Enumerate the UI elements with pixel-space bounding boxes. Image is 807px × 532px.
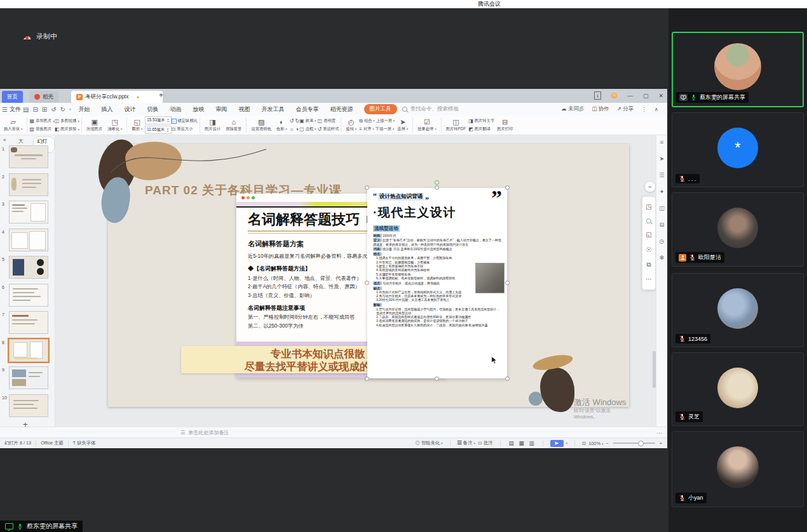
- slide-thumb-7[interactable]: 7: [0, 311, 55, 334]
- to-pdf-button[interactable]: ◫图片转PDF: [444, 119, 469, 132]
- picture-design-button[interactable]: ◨图片设计: [202, 119, 223, 132]
- menu-start[interactable]: 开始: [79, 105, 90, 114]
- selection-handle-e[interactable]: [505, 281, 510, 285]
- slide-thumb-6[interactable]: 6: [0, 284, 55, 307]
- menu-animation[interactable]: 动画: [170, 105, 182, 114]
- slide-thumb-1[interactable]: 1: [0, 145, 55, 168]
- selection-handle-nw[interactable]: [365, 185, 369, 190]
- print-picture-button[interactable]: ⊟图片打印: [494, 119, 515, 132]
- view-sorter-icon[interactable]: ▦: [519, 440, 524, 446]
- stitch-button[interactable]: ◧图片拼接▾: [55, 126, 79, 133]
- redo-icon[interactable]: ↻: [60, 106, 65, 113]
- view-normal-icon[interactable]: ▤: [509, 440, 514, 446]
- selection-handle-ne[interactable]: [505, 185, 510, 190]
- slideshow-play-button[interactable]: ▶: [550, 440, 564, 447]
- missing-font-warning[interactable]: Ƭ 缺失字体: [73, 440, 96, 446]
- align-button[interactable]: 对齐 ▾: [363, 126, 374, 132]
- rail-settings-icon[interactable]: ✻: [660, 255, 665, 261]
- zoom-slider-handle[interactable]: [638, 441, 644, 446]
- zoom-tool-icon[interactable]: [646, 218, 651, 223]
- output-icon[interactable]: ⊟: [32, 106, 37, 113]
- tips-bulb-icon[interactable]: [611, 93, 617, 98]
- menu-insert[interactable]: 插入: [102, 105, 113, 114]
- fit-zoom-icon[interactable]: ⊡: [582, 441, 586, 446]
- zoom-slider[interactable]: [613, 442, 655, 444]
- height-stepper[interactable]: 11.65厘米▲▼: [145, 126, 171, 134]
- rail-send-icon[interactable]: ➤: [660, 156, 665, 162]
- insert-shape-button[interactable]: ▱插入形状 ▾: [1, 119, 25, 132]
- menu-design[interactable]: 设计: [125, 105, 136, 114]
- zoom-percent[interactable]: 100% ▾: [588, 441, 603, 446]
- participant-tile-5[interactable]: 灵芝: [672, 352, 804, 426]
- collab-button[interactable]: ◫ 协作: [592, 105, 609, 113]
- translate-button[interactable]: ◩图片翻译: [468, 126, 494, 133]
- search-input[interactable]: 查找命令、搜索模板: [410, 105, 459, 113]
- menu-devtools[interactable]: 开发工具: [262, 105, 285, 114]
- theme-label[interactable]: Office 主题: [41, 440, 64, 446]
- slide-thumb-10[interactable]: 10: [0, 394, 55, 417]
- rail-drag-icon[interactable]: ≡: [660, 139, 663, 145]
- transparent-color-button[interactable]: ▨设置透明色: [248, 119, 273, 132]
- comment-button[interactable]: ▭ 批注: [478, 440, 493, 446]
- selection-handle-w[interactable]: [365, 281, 369, 285]
- menu-view[interactable]: 视图: [239, 105, 250, 114]
- participant-tile-4[interactable]: 123456: [672, 273, 804, 347]
- select-button[interactable]: ➤选择 ▾: [395, 119, 410, 132]
- sync-status[interactable]: ☁ 未同步: [561, 105, 584, 113]
- float-collapse-button[interactable]: −: [644, 181, 656, 192]
- reset-style-button[interactable]: 重设样式: [323, 126, 339, 132]
- rotate-left-icon[interactable]: ↺↻: [290, 117, 299, 124]
- crop-button[interactable]: ◱裁剪 ▾: [129, 119, 145, 132]
- idea-bulb-icon[interactable]: ☉: [646, 247, 652, 253]
- close-button[interactable]: ✕: [658, 93, 663, 99]
- opacity-button[interactable]: 透明度: [323, 118, 336, 124]
- tab-home[interactable]: 首页: [2, 91, 23, 103]
- replace-picture-button[interactable]: ▧替换图片: [29, 126, 54, 133]
- menu-docer-res[interactable]: 稻壳资源: [330, 105, 353, 114]
- slide-canvas[interactable]: PART 02 关于各科目学习—专业课 RED DESIGN: [108, 144, 629, 407]
- menu-transition[interactable]: 切换: [147, 105, 159, 114]
- participant-tile-3[interactable]: 欧阳楚洁: [672, 192, 804, 267]
- share-banner[interactable]: 蔡东雯的屏幕共享: [0, 521, 83, 532]
- right-card-image-selected[interactable]: “ 设计热点知识背诵 „ ” ·现代主义设计 流线型运动 时间: 1930年代 …: [367, 188, 507, 378]
- to-text-button[interactable]: ◨图片转文字: [468, 117, 494, 124]
- color-button[interactable]: ◐色彩 ▾: [274, 119, 290, 132]
- menu-member[interactable]: 会员专享: [296, 105, 319, 114]
- minimize-button[interactable]: —: [627, 93, 633, 99]
- slide-thumb-9[interactable]: 9: [0, 366, 55, 389]
- save-icon[interactable]: ▤: [23, 106, 29, 113]
- zoom-out-button[interactable]: −: [606, 441, 608, 446]
- slide-thumb-8-active[interactable]: 8: [0, 339, 55, 362]
- layers-icon[interactable]: ⧉: [646, 262, 651, 268]
- beautify-button[interactable]: ◎ 智能美化 ▾: [415, 440, 442, 446]
- rail-panes-icon[interactable]: ◫: [659, 205, 665, 211]
- reset-size-button[interactable]: ⊡重设大小: [172, 126, 198, 133]
- selection-handle-s[interactable]: [435, 376, 439, 381]
- tab-document[interactable]: P 考研分享cclw.pptx ◌ ●: [71, 91, 163, 103]
- batch-process-button[interactable]: ☑批量处理 ▾: [415, 119, 438, 132]
- lock-ratio-checkbox[interactable]: ✓锁定纵横比: [172, 117, 198, 124]
- selection-handle-se[interactable]: [505, 376, 510, 381]
- group-button[interactable]: 组合 ▾: [364, 118, 375, 124]
- restore-button[interactable]: ▢: [643, 93, 649, 99]
- slide-thumb-2[interactable]: 2: [0, 173, 55, 196]
- more-menu-icon[interactable]: ⋮: [641, 106, 647, 112]
- note-button[interactable]: ☰ 备注 ▾: [458, 440, 475, 446]
- rail-print-icon[interactable]: ⊟: [660, 222, 665, 228]
- selection-handle-n[interactable]: [435, 185, 439, 190]
- slide-thumb-5[interactable]: 5: [0, 256, 55, 279]
- brightness-icons[interactable]: ☼◑: [290, 126, 299, 133]
- view-reading-icon[interactable]: ▥: [529, 440, 534, 446]
- file-menu[interactable]: 文件: [10, 105, 21, 114]
- border-button[interactable]: 边框 ▾: [306, 126, 316, 132]
- panel-collapse-button[interactable]: «: [3, 137, 6, 143]
- menu-slideshow[interactable]: 放映: [193, 105, 205, 114]
- participant-tile-2[interactable]: * . . .: [672, 112, 804, 187]
- crop-tool-icon[interactable]: ◱: [646, 232, 651, 238]
- carousel-button[interactable]: ◫多图轮播▾: [55, 117, 79, 124]
- more-tools-icon[interactable]: ⋯: [646, 276, 652, 283]
- toolbar-caret-icon[interactable]: ▾: [69, 107, 71, 111]
- rotate-handle[interactable]: [435, 180, 439, 185]
- play-options-caret[interactable]: ▾: [566, 441, 568, 445]
- recording-indicator[interactable]: ☁ 录制中: [23, 32, 57, 41]
